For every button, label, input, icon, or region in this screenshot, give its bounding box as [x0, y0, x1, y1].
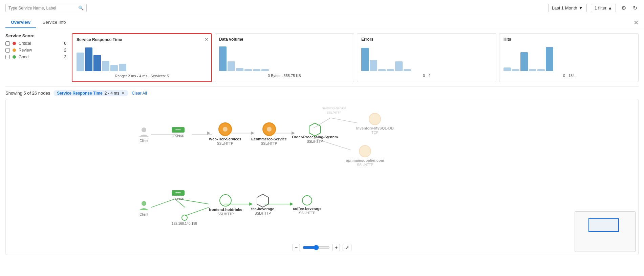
- api-supplier-icon: [359, 145, 371, 157]
- node-client1-label: Client: [139, 139, 148, 143]
- score-items: Critical 0 Review 2 Good 3: [5, 41, 66, 59]
- node-coffee-bev[interactable]: coffee-beverageSSL/HTTP: [293, 195, 321, 215]
- chart-errors[interactable]: Errors 0 - 4: [357, 33, 496, 82]
- filter-button[interactable]: 1 filter ▲: [591, 4, 616, 12]
- close-panel-icon[interactable]: ✕: [634, 19, 639, 26]
- data-volume-bars: [219, 44, 350, 72]
- critical-count: 0: [60, 41, 66, 46]
- node-frontend-hd[interactable]: frontend-hotdrinksSSL/HTTP: [209, 194, 242, 216]
- review-checkbox[interactable]: [5, 48, 10, 53]
- filter-label: 1 filter: [595, 5, 606, 11]
- settings-button[interactable]: ⚙: [620, 3, 627, 13]
- filter-tag-name: Service Response Time: [57, 91, 103, 96]
- bar: [244, 69, 252, 71]
- review-label: Review: [19, 48, 57, 53]
- chart-response-time[interactable]: Service Response Time ✕ Range: 2 ms - 4 …: [72, 33, 212, 82]
- bar: [236, 68, 243, 71]
- graph-area[interactable]: Client === Ingress Web-Tier-ServicesSSL/…: [5, 99, 639, 255]
- data-volume-title: Data volume: [219, 37, 350, 42]
- tab-overview[interactable]: Overview: [5, 17, 36, 28]
- ecommerce-icon: [262, 122, 276, 136]
- expand-button[interactable]: ⤢: [343, 244, 351, 251]
- bar-selected: [85, 47, 92, 71]
- node-client1[interactable]: Client: [138, 126, 150, 143]
- bar: [520, 52, 528, 71]
- bar: [546, 47, 553, 71]
- node-order[interactable]: Order-Processing-SystemSSL/HTTP: [292, 122, 338, 144]
- filter-tag[interactable]: Service Response Time 2 - 4 ms ✕: [53, 90, 128, 96]
- node-ingress2-label: Ingress: [173, 196, 184, 201]
- zoom-slider[interactable]: [303, 245, 330, 250]
- node-ip-label: 192.168.140.198: [172, 221, 197, 226]
- critical-checkbox[interactable]: [5, 41, 10, 46]
- critical-dot: [13, 42, 16, 45]
- node-ingress2[interactable]: === Ingress: [172, 190, 185, 201]
- svg-line-7: [151, 199, 175, 208]
- bar: [395, 61, 403, 71]
- tab-service-info[interactable]: Service Info: [37, 17, 71, 28]
- service-score-panel: Service Score Critical 0 Review 2: [5, 33, 66, 82]
- good-checkbox[interactable]: [5, 55, 10, 59]
- bar: [253, 69, 260, 71]
- score-item-critical: Critical 0: [5, 41, 66, 46]
- errors-range: 0 - 4: [361, 74, 492, 78]
- node-api-supplier-label: api.mainsupplier.comSSL/HTTP: [346, 158, 384, 167]
- node-ecommerce[interactable]: Ecommerce-ServiceSSL/HTTP: [251, 122, 287, 146]
- chart-data-volume[interactable]: Data volume 0 Bytes - 555.75 KB: [215, 33, 354, 82]
- node-frontend-hd-label: frontend-hotdrinksSSL/HTTP: [209, 207, 242, 216]
- chevron-up-icon: ▲: [608, 5, 612, 11]
- errors-bars: [361, 44, 492, 72]
- ingress2-icon: ===: [172, 190, 185, 196]
- bar: [378, 69, 386, 71]
- refresh-button[interactable]: ↻: [631, 3, 639, 13]
- node-web-tier-label: Web-Tier-ServicesSSL/HTTP: [209, 137, 241, 146]
- search-input[interactable]: [8, 6, 78, 11]
- node-web-tier[interactable]: Web-Tier-ServicesSSL/HTTP: [209, 122, 241, 146]
- node-ecommerce-label: Ecommerce-ServiceSSL/HTTP: [251, 137, 287, 146]
- search-box[interactable]: 🔍: [5, 4, 87, 12]
- chart-hits[interactable]: Hits 0 - 184: [499, 33, 639, 82]
- charts-row: Service Response Time ✕ Range: 2 ms - 4 …: [72, 33, 639, 82]
- bar: [261, 69, 269, 71]
- tea-bev-icon: [256, 194, 270, 208]
- hits-bars: [503, 44, 634, 72]
- zoom-out-button[interactable]: −: [293, 244, 300, 251]
- node-ingress1[interactable]: === Ingress: [172, 127, 185, 138]
- review-count: 2: [60, 48, 66, 53]
- bar: [503, 67, 511, 71]
- time-filter-dropdown[interactable]: Last 1 Month ▼: [548, 4, 587, 12]
- bar: [102, 61, 109, 71]
- bar: [219, 46, 227, 71]
- bar: [512, 69, 519, 71]
- client-icon: [138, 126, 150, 138]
- clear-all-button[interactable]: Clear All: [132, 91, 147, 96]
- node-inventory-db[interactable]: Inventory-MySQL-DBTCP: [356, 113, 394, 135]
- score-item-review: Review 2: [5, 48, 66, 53]
- review-dot: [13, 48, 16, 52]
- hits-title: Hits: [503, 37, 634, 42]
- filter-tag-range: 2 - 4 ms: [105, 91, 119, 96]
- node-ip[interactable]: 192.168.140.198: [172, 215, 197, 226]
- node-tea-bev-label: tea-beverageSSL/HTTP: [251, 206, 274, 216]
- bar: [77, 53, 84, 71]
- main-content: Service Score Critical 0 Review 2: [0, 29, 644, 259]
- node-order-label: Order-Processing-SystemSSL/HTTP: [292, 135, 338, 144]
- node-client2[interactable]: Client: [138, 199, 150, 217]
- close-chart-icon[interactable]: ✕: [205, 37, 209, 42]
- frontend-hd-icon: [219, 194, 232, 206]
- node-inventory-svc[interactable]: Inventory-ServiceSSL/HTTP: [322, 106, 346, 115]
- node-api-supplier[interactable]: api.mainsupplier.comSSL/HTTP: [346, 145, 384, 167]
- filter-tag-close-icon[interactable]: ✕: [121, 91, 125, 96]
- bar: [361, 48, 369, 71]
- time-filter-label: Last 1 Month: [552, 5, 577, 11]
- response-time-title: Service Response Time: [77, 37, 207, 42]
- bar: [529, 69, 536, 71]
- coffee-bev-icon: [302, 195, 312, 205]
- response-time-range: Range: 2 ms - 4 ms , Services: 5: [77, 74, 207, 78]
- svg-point-19: [223, 127, 228, 132]
- zoom-in-button[interactable]: +: [332, 244, 340, 251]
- svg-marker-23: [257, 194, 269, 207]
- top-bar: 🔍 Last 1 Month ▼ 1 filter ▲ ⚙ ↻: [0, 0, 644, 16]
- service-score-title: Service Score: [5, 33, 66, 38]
- node-tea-bev[interactable]: tea-beverageSSL/HTTP: [251, 194, 274, 216]
